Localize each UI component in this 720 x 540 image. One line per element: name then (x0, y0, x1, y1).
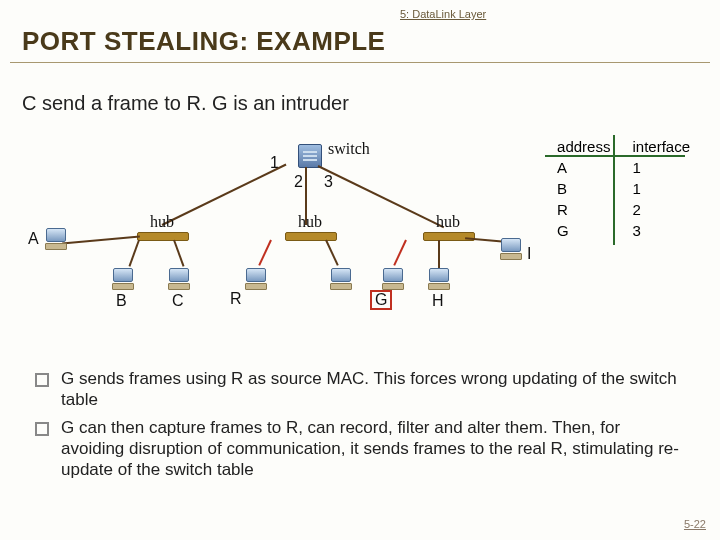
host-c: C (172, 292, 184, 310)
table-divider (545, 155, 685, 157)
wire (325, 240, 339, 266)
host-b: B (116, 292, 127, 310)
table-header-interface: interface (622, 137, 700, 156)
switch-table: address interface A1 B1 R2 G3 (545, 135, 702, 242)
pc-icon (428, 268, 450, 288)
wire (318, 165, 445, 228)
hub-mid-icon (285, 232, 337, 241)
host-i: I (527, 245, 531, 263)
wire (393, 240, 407, 266)
pc-icon (382, 268, 404, 288)
table-row: R2 (547, 200, 700, 219)
subtitle: C send a frame to R. G is an intruder (22, 92, 349, 115)
wire (438, 240, 440, 268)
wire (162, 164, 287, 226)
host-g: G (370, 290, 392, 310)
label-hub-mid: hub (298, 213, 322, 231)
wire (62, 236, 140, 245)
bullet-text: G sends frames using R as source MAC. Th… (61, 368, 680, 411)
title-divider (10, 62, 710, 63)
pc-icon (330, 268, 352, 288)
page-number: 5-22 (684, 518, 706, 530)
wire (258, 240, 272, 266)
label-hub-left: hub (150, 213, 174, 231)
bullet-marker-icon (35, 373, 49, 387)
list-item: G sends frames using R as source MAC. Th… (35, 368, 680, 411)
wire (173, 240, 184, 267)
pc-icon (168, 268, 190, 288)
table-header-address: address (547, 137, 620, 156)
table-row: B1 (547, 179, 700, 198)
host-a: A (28, 230, 39, 248)
label-switch: switch (328, 140, 370, 158)
bullet-marker-icon (35, 422, 49, 436)
pc-icon (245, 268, 267, 288)
label-hub-right: hub (436, 213, 460, 231)
breadcrumb: 5: DataLink Layer (400, 8, 486, 20)
table-row: A1 (547, 158, 700, 177)
bullet-list: G sends frames using R as source MAC. Th… (35, 368, 680, 486)
table-divider (613, 135, 615, 245)
hub-left-icon (137, 232, 189, 241)
page-title: PORT STEALING: EXAMPLE (22, 26, 385, 57)
list-item: G can then capture frames to R, can reco… (35, 417, 680, 481)
pc-icon (112, 268, 134, 288)
host-r: R (230, 290, 242, 308)
table-row: G3 (547, 221, 700, 240)
bullet-text: G can then capture frames to R, can reco… (61, 417, 680, 481)
port-3: 3 (324, 173, 333, 191)
wire (128, 240, 139, 267)
port-2: 2 (294, 173, 303, 191)
pc-icon (500, 238, 522, 258)
host-h: H (432, 292, 444, 310)
pc-icon (45, 228, 67, 248)
